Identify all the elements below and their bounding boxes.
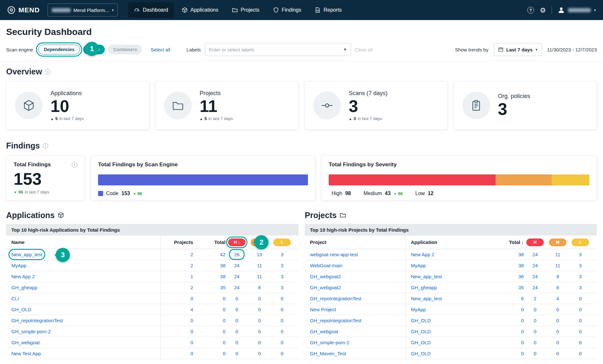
projects-count[interactable]: 0 (191, 340, 193, 345)
total-count[interactable]: 0 (223, 340, 225, 345)
application-link[interactable]: New App 2 (11, 274, 35, 279)
total-count[interactable]: 0 (521, 340, 524, 345)
total-count[interactable]: 38 (220, 263, 225, 268)
low-count[interactable]: 3 (281, 274, 283, 279)
total-count[interactable]: 0 (521, 329, 524, 334)
medium-count[interactable]: 0 (258, 307, 261, 312)
high-count[interactable]: 0 (534, 340, 536, 345)
project-link[interactable]: GH_repoIntegrationTest (310, 296, 361, 301)
proj-col-project[interactable]: Project (310, 236, 406, 249)
medium-count[interactable]: 0 (556, 318, 559, 323)
apps-col-total[interactable]: Total (193, 239, 225, 245)
low-count[interactable]: 0 (579, 307, 582, 312)
high-count[interactable]: 24 (532, 263, 538, 268)
high-count[interactable]: 0 (236, 296, 238, 301)
projects-count[interactable]: 2 (191, 285, 193, 290)
application-link[interactable]: MyApp (411, 307, 426, 312)
total-count[interactable]: 38 (518, 263, 524, 268)
medium-count[interactable]: 11 (555, 263, 560, 268)
medium-count[interactable]: 0 (258, 340, 261, 345)
application-link[interactable]: GH_repoIntegrationTest (11, 318, 63, 323)
high-count[interactable]: 0 (534, 329, 536, 334)
application-link[interactable]: GH_OLD (411, 340, 431, 345)
labels-input[interactable] (205, 43, 351, 56)
clear-all-link[interactable]: Clear all (355, 47, 373, 52)
projects-count[interactable]: 0 (191, 351, 193, 356)
nav-item-projects[interactable]: Projects (226, 2, 265, 18)
application-link[interactable]: GH_OLD (411, 329, 431, 334)
total-count[interactable]: 38 (518, 252, 524, 257)
application-link[interactable]: GH_webgoat (11, 340, 40, 345)
medium-count[interactable]: 11 (257, 263, 262, 268)
projects-count[interactable]: 2 (191, 252, 193, 257)
high-count[interactable]: 24 (234, 285, 240, 290)
high-count[interactable]: 0 (534, 351, 536, 356)
high-count[interactable]: 0 (236, 351, 238, 356)
low-count[interactable]: 0 (281, 351, 283, 356)
engine-pill-code[interactable]: Code (83, 45, 105, 54)
high-count[interactable]: 24 (234, 274, 240, 279)
proj-col-m-badge[interactable]: M (549, 238, 566, 246)
info-icon[interactable]: i (45, 69, 50, 74)
user-menu[interactable]: ▾ (558, 6, 596, 14)
low-count[interactable]: 0 (579, 340, 582, 345)
medium-count[interactable]: 0 (556, 340, 559, 345)
high-count[interactable]: 24 (234, 263, 240, 268)
low-count[interactable]: 0 (281, 307, 283, 312)
high-count[interactable]: 0 (236, 329, 238, 334)
high-count[interactable]: 2 (534, 296, 536, 301)
medium-count[interactable]: 0 (258, 351, 261, 356)
application-link[interactable]: MyApp (411, 263, 426, 268)
medium-count[interactable]: 0 (258, 318, 261, 323)
application-link[interactable]: GH_OLD (411, 318, 431, 323)
medium-count[interactable]: 11 (257, 274, 262, 279)
proj-col-l-badge[interactable]: L (572, 238, 589, 246)
total-count[interactable]: 0 (223, 318, 225, 323)
low-count[interactable]: 0 (579, 329, 582, 334)
total-count[interactable]: 0 (223, 351, 225, 356)
nav-item-applications[interactable]: Applications (176, 2, 224, 18)
total-count[interactable]: 6 (521, 296, 524, 301)
low-count[interactable]: 3 (281, 285, 283, 290)
project-link[interactable]: GH_Maven_Test (310, 351, 346, 356)
project-link[interactable]: GH_webgoat2 (310, 285, 341, 290)
total-count[interactable]: 0 (223, 329, 225, 334)
low-count[interactable]: 3 (579, 274, 582, 279)
medium-count[interactable]: 0 (258, 329, 261, 334)
low-count[interactable]: 3 (579, 285, 582, 290)
apps-col-name[interactable]: Name (11, 236, 161, 249)
projects-count[interactable]: 0 (191, 296, 193, 301)
low-count[interactable]: 0 (281, 296, 283, 301)
application-link[interactable]: New App 2 (411, 252, 434, 257)
medium-count[interactable]: 0 (556, 329, 559, 334)
medium-count[interactable]: 0 (258, 296, 261, 301)
gear-icon[interactable]: ⚙ (540, 7, 546, 14)
high-count[interactable]: 0 (534, 307, 536, 312)
nav-item-findings[interactable]: Findings (267, 2, 307, 18)
application-link[interactable]: New_app_test (11, 252, 42, 257)
total-count[interactable]: 0 (521, 318, 524, 323)
total-count[interactable]: 42 (220, 252, 225, 257)
medium-count[interactable]: 8 (556, 285, 559, 290)
nav-item-dashboard[interactable]: Dashboard (128, 2, 174, 18)
low-count[interactable]: 0 (579, 351, 582, 356)
application-link[interactable]: GH_gheapp (411, 285, 437, 290)
apps-col-projects[interactable]: Projects (161, 239, 193, 245)
high-count[interactable]: 24 (532, 252, 538, 257)
total-count[interactable]: 38 (220, 274, 225, 279)
projects-count[interactable]: 2 (191, 263, 193, 268)
high-count[interactable]: 0 (236, 307, 238, 312)
project-link[interactable]: webgoat-new-app-test (310, 252, 358, 257)
org-selector[interactable]: Mend Platform... ▾ (48, 4, 118, 17)
application-link[interactable]: GH_OLD (11, 307, 31, 312)
total-count[interactable]: 0 (521, 307, 524, 312)
proj-col-application[interactable]: Application (406, 239, 491, 245)
total-count[interactable]: 0 (223, 307, 225, 312)
low-count[interactable]: 0 (579, 318, 582, 323)
application-link[interactable]: GH_gheapp (11, 285, 38, 290)
application-link[interactable]: MyApp (11, 263, 27, 268)
medium-count[interactable]: 4 (556, 296, 559, 301)
engine-pill-dependencies[interactable]: Dependencies (38, 45, 80, 54)
low-count[interactable]: 3 (281, 252, 283, 257)
project-link[interactable]: WebGoat-main (310, 263, 343, 268)
